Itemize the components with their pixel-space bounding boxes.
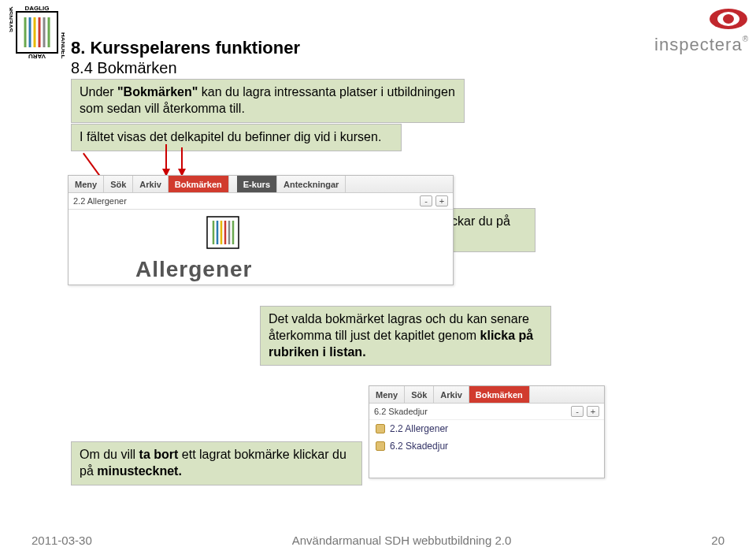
minus-button[interactable]: - — [571, 406, 584, 417]
bookmark-item[interactable]: 2.2 Allergener — [369, 420, 604, 437]
section-heading: 8. Kursspelarens funktioner — [71, 38, 300, 58]
svg-text:VARU: VARU — [28, 53, 46, 60]
svg-point-14 — [723, 14, 734, 24]
footer-date: 2011-03-30 — [32, 534, 92, 547]
bookmark-label: 2.2 Allergener — [390, 423, 448, 434]
current-chapter: 6.2 Skadedjur — [374, 407, 428, 416]
inspectera-text: inspectera — [654, 35, 743, 54]
tab-bokmarken[interactable]: Bokmärken — [169, 176, 229, 192]
screenshot-bookmark-list: Meny Sök Arkiv Bokmärken 6.2 Skadedjur -… — [369, 385, 605, 478]
footer-title: Användarmanual SDH webbutbildning 2.0 — [292, 534, 512, 547]
sdh-logo: SVENSK HANDEL DAGLIG VARU — [9, 5, 65, 60]
tab-bokmarken[interactable]: Bokmärken — [469, 386, 530, 403]
bookmark-item[interactable]: 6.2 Skadedjur — [369, 437, 604, 455]
registered-icon: ® — [743, 35, 748, 43]
course-title: Allergener — [135, 257, 253, 282]
callout-stored: Det valda bokmärket lagras och du kan se… — [260, 306, 551, 366]
bookmark-label: 6.2 Skadedjur — [390, 441, 448, 452]
tab-sok[interactable]: Sök — [104, 176, 133, 192]
subsection-heading: 8.4 Bokmärken — [71, 59, 177, 77]
tab-arkiv[interactable]: Arkiv — [434, 386, 469, 403]
screenshot-player: Meny Sök Arkiv Bokmärken E-kurs Anteckni… — [68, 175, 454, 285]
callout-field: I fältet visas det delkapitel du befinne… — [71, 124, 402, 151]
tab-sok[interactable]: Sök — [405, 386, 434, 403]
tab-arkiv[interactable]: Arkiv — [133, 176, 169, 192]
svg-rect-0 — [9, 5, 65, 60]
sdh-mini-logo — [204, 214, 242, 251]
callout-intro: Under "Bokmärken" kan du lagra intressan… — [71, 79, 465, 123]
svg-text:HANDEL: HANDEL — [60, 32, 65, 58]
callout-remove: Om du vill ta bort ett lagrat bokmärke k… — [71, 441, 362, 485]
arrow-to-tab — [165, 144, 167, 170]
bookmark-icon — [376, 441, 385, 451]
tab-meny[interactable]: Meny — [369, 386, 405, 403]
svg-text:SVENSK: SVENSK — [9, 6, 14, 32]
page-footer: 2011-03-30 Användarmanual SDH webbutbild… — [0, 534, 756, 547]
tab-bar: Meny Sök Arkiv Bokmärken E-kurs Anteckni… — [69, 176, 453, 193]
plus-button[interactable]: + — [587, 406, 599, 417]
current-chapter: 2.2 Allergener — [73, 196, 127, 206]
tab-bar-2: Meny Sök Arkiv Bokmärken — [369, 386, 604, 404]
arrow-to-tab-2 — [181, 147, 183, 170]
bookmark-row: 2.2 Allergener - + — [69, 193, 453, 210]
inspectera-logo: inspectera® — [654, 8, 748, 55]
bookmark-row-2: 6.2 Skadedjur - + — [369, 404, 604, 420]
minus-button[interactable]: - — [420, 195, 432, 206]
svg-text:DAGLIG: DAGLIG — [24, 5, 49, 12]
tab-ekurs[interactable]: E-kurs — [237, 176, 277, 192]
tab-meny[interactable]: Meny — [69, 176, 104, 192]
plus-button[interactable]: + — [435, 195, 448, 206]
bookmark-icon — [376, 424, 385, 433]
footer-page: 20 — [711, 534, 724, 547]
tab-anteckningar[interactable]: Anteckningar — [277, 176, 346, 192]
